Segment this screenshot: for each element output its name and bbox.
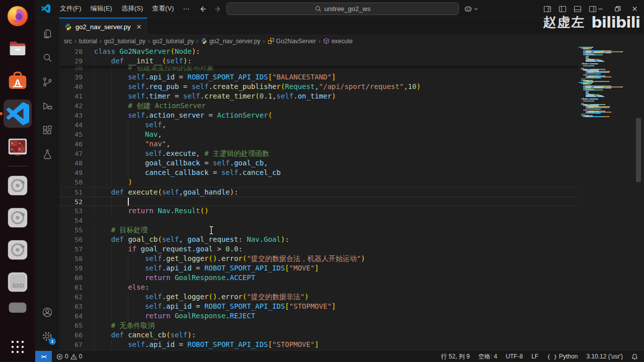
breadcrumb-item-go2-nav-server-py[interactable]: go2_nav_server.py <box>200 38 261 45</box>
breadcrumb-item-go2-tutorial-py[interactable]: go2_tutorial_py <box>152 38 194 45</box>
forward-icon[interactable] <box>214 5 222 13</box>
tab-go2-nav-server[interactable]: go2_nav_server.py ✕ <box>59 18 147 35</box>
dock-item-terminator[interactable]: >_>_>_>_ <box>5 134 31 160</box>
line-number: 43 <box>59 111 83 120</box>
code-line-63[interactable]: 63 self.api_id = ROBOT_SPORT_API_IDS["ST… <box>59 302 579 311</box>
status-bar: >< 0 0 行 52, 列 9空格: 4UTF-8LF{ }Python3.1… <box>35 350 644 362</box>
testing-icon[interactable] <box>35 142 59 166</box>
code-line-61[interactable]: 61 else: <box>59 283 579 292</box>
text-caret <box>128 198 129 206</box>
search-icon[interactable] <box>35 46 59 70</box>
dock-item-files[interactable] <box>5 35 31 61</box>
breadcrumb-item-execute[interactable]: execute <box>323 38 353 45</box>
dock-item-disk-8[interactable] <box>5 237 31 263</box>
minimize-button[interactable] <box>595 4 606 15</box>
line-text: def execute(self,goal_handle): <box>94 188 238 197</box>
code-line-58[interactable]: 58 self.get_logger().error("提交的数据合法，机器人开… <box>59 254 579 263</box>
code-line-48[interactable]: 48 goal_callback = self.goal_cb, <box>59 158 579 168</box>
run-debug-icon[interactable] <box>35 94 59 118</box>
code-line-64[interactable]: 64 return GoalResponse.REJECT <box>59 311 579 321</box>
source-control-icon[interactable] <box>35 70 59 94</box>
tab-close-icon[interactable]: ✕ <box>136 23 142 31</box>
explorer-icon[interactable] <box>35 22 59 46</box>
minimap[interactable] <box>579 47 635 350</box>
code-line-55[interactable]: 55 # 目标处理 <box>59 225 579 235</box>
code-line-39[interactable]: 39 self.api_id = ROBOT_SPORT_API_IDS["BA… <box>59 72 579 82</box>
menu-item-2[interactable]: 选择(S) <box>117 2 147 15</box>
status-lf[interactable]: LF <box>531 353 538 360</box>
code-line-47[interactable]: 47 self.execute, # 主逻辑的处理函数 <box>59 149 579 158</box>
settings-icon[interactable]: 1 <box>35 324 59 348</box>
code-line-67[interactable]: 67 self.api_id = ROBOT_SPORT_API_IDS["ST… <box>59 340 579 349</box>
status--52-9[interactable]: 行 52, 列 9 <box>441 352 469 361</box>
code-line-66[interactable]: 66 def cancel_cb(self): <box>59 330 579 340</box>
line-text: return GoalResponse.REJECT <box>94 311 255 321</box>
status-python[interactable]: { }Python <box>547 353 578 360</box>
code-line-49[interactable]: 49 cancel_callback = self.cancel_cb <box>59 168 579 177</box>
code-line-43[interactable]: 43 self.action_server = ActionServer( <box>59 111 579 120</box>
code-line-45[interactable]: 45 Nav, <box>59 130 579 139</box>
dock-item-vscode[interactable] <box>4 100 32 128</box>
dock-item-disk-7[interactable] <box>5 205 31 231</box>
command-center-search[interactable]: unitree_go2_ws <box>226 3 459 15</box>
status-utf-8[interactable]: UTF-8 <box>506 353 523 360</box>
restore-button[interactable] <box>612 4 623 15</box>
toggle-primary-sidebar-button[interactable] <box>557 4 568 14</box>
code-line-28[interactable]: 28class Go2NavServer(Node): <box>59 47 579 56</box>
vertical-scrollbar-thumb[interactable] <box>636 118 641 182</box>
code-line-56[interactable]: 56 def goal_cb(self, goal_request: Nav.G… <box>59 235 579 244</box>
status-notifications[interactable] <box>631 353 638 360</box>
back-icon[interactable] <box>199 5 207 13</box>
line-text: # 无条件取消 <box>94 321 155 330</box>
breadcrumb-item-go2-tutorial-py[interactable]: go2_tutorial_py <box>104 38 146 45</box>
code-line-46[interactable]: 46 "nav", <box>59 139 579 149</box>
problems-indicator[interactable]: 0 0 <box>56 353 82 360</box>
code-line-42[interactable]: 42 # 创建 ActionServer <box>59 101 579 111</box>
line-text: self, <box>94 120 166 130</box>
code-line-41[interactable]: 41 self.timer = self.create_timer(0.1,se… <box>59 92 579 101</box>
dock-item-ssd[interactable]: SSD <box>5 269 31 295</box>
breadcrumb-separator: › <box>100 38 102 45</box>
toggle-panel-button[interactable] <box>573 4 583 14</box>
account-icon[interactable] <box>35 300 59 324</box>
status--4[interactable]: 空格: 4 <box>478 352 497 361</box>
breadcrumb-item-tutorial[interactable]: tutorial <box>78 38 98 45</box>
breadcrumb-item-go2navserver[interactable]: Go2NavServer <box>267 38 316 45</box>
menu-item-4[interactable]: ⋯ <box>179 3 194 15</box>
breadcrumb-item-src[interactable]: src <box>63 38 72 45</box>
braces-icon: { } <box>547 353 557 360</box>
menu-item-1[interactable]: 编辑(E) <box>86 2 117 15</box>
code-line-44[interactable]: 44 self, <box>59 120 579 130</box>
error-count: 0 <box>65 353 68 360</box>
python-file-icon <box>64 23 72 31</box>
extensions-icon[interactable] <box>35 118 59 142</box>
code-line-57[interactable]: 57 if goal_request.goal > 0.0: <box>59 244 579 254</box>
dock-item-drive-partial[interactable] <box>5 301 31 313</box>
line-number: 48 <box>59 158 83 168</box>
code-line-59[interactable]: 59 self.api_id = ROBOT_SPORT_API_IDS["MO… <box>59 263 579 273</box>
dock-item-disk-6[interactable] <box>5 172 31 199</box>
code-line-50[interactable]: 50 ) <box>59 177 579 187</box>
close-window-button[interactable] <box>629 4 640 15</box>
dock-item-show-apps[interactable] <box>5 336 31 358</box>
code-line-65[interactable]: 65 # 无条件取消 <box>59 321 579 330</box>
line-text: self.get_logger().error("提交的数据合法，机器人开始运动… <box>94 254 365 263</box>
status-3-10-12-usr-[interactable]: 3.10.12 ('usr') <box>586 353 623 360</box>
menu-item-0[interactable]: 文件(F) <box>55 2 86 15</box>
customize-layout-button[interactable] <box>542 4 552 14</box>
code-line-54[interactable]: 54 <box>59 216 579 225</box>
code-editor[interactable]: 38 # 创建速度控制的发布对象39 self.api_id = ROBOT_S… <box>59 47 579 350</box>
dock-item-firefox[interactable] <box>5 3 31 29</box>
copilot-button[interactable] <box>464 3 478 15</box>
code-line-52[interactable]: 52 <box>59 197 579 206</box>
code-line-53[interactable]: 53 return Nav.Result() <box>59 206 579 216</box>
line-number: 56 <box>59 235 83 244</box>
dock-item-ubuntu-software[interactable]: A <box>5 67 31 94</box>
code-line-60[interactable]: 60 return GoalResponse.ACCEPT <box>59 273 579 283</box>
code-line-40[interactable]: 40 self.req_pub = self.create_publisher(… <box>59 82 579 92</box>
code-line-51[interactable]: 51 def execute(self,goal_handle): <box>59 187 579 197</box>
code-line-29[interactable]: 29 def __init__(self): <box>59 56 579 66</box>
code-line-62[interactable]: 62 self.get_logger().error("提交的数据非法") <box>59 292 579 302</box>
remote-indicator[interactable]: >< <box>35 351 52 362</box>
menu-item-3[interactable]: 查看(V) <box>147 2 178 15</box>
